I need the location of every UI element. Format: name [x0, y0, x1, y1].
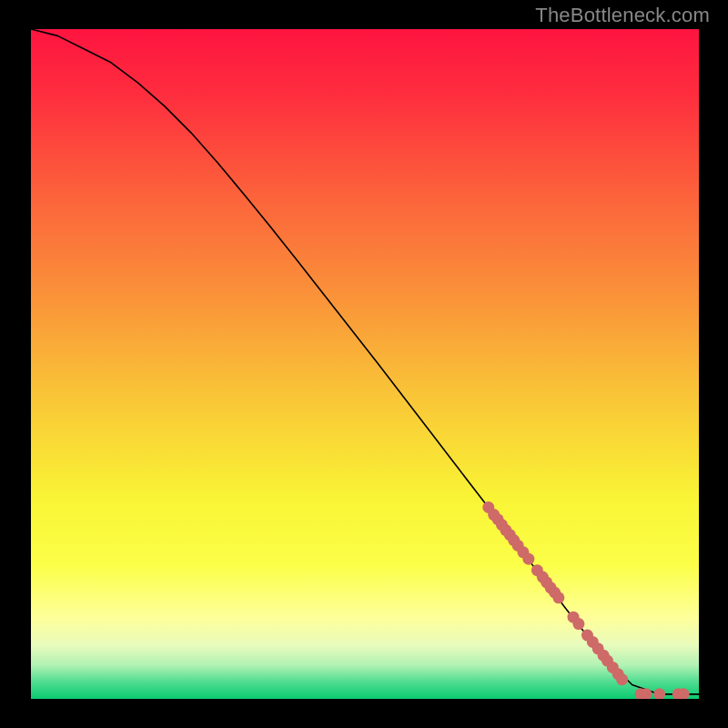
- data-point: [616, 673, 628, 685]
- watermark-text: TheBottleneck.com: [535, 4, 710, 27]
- chart-frame: TheBottleneck.com: [0, 0, 728, 728]
- data-point: [572, 618, 584, 630]
- data-point: [552, 592, 564, 603]
- plot-area: [31, 29, 699, 699]
- plot-background: [31, 29, 699, 699]
- data-point: [522, 553, 534, 565]
- chart-svg: [31, 29, 699, 699]
